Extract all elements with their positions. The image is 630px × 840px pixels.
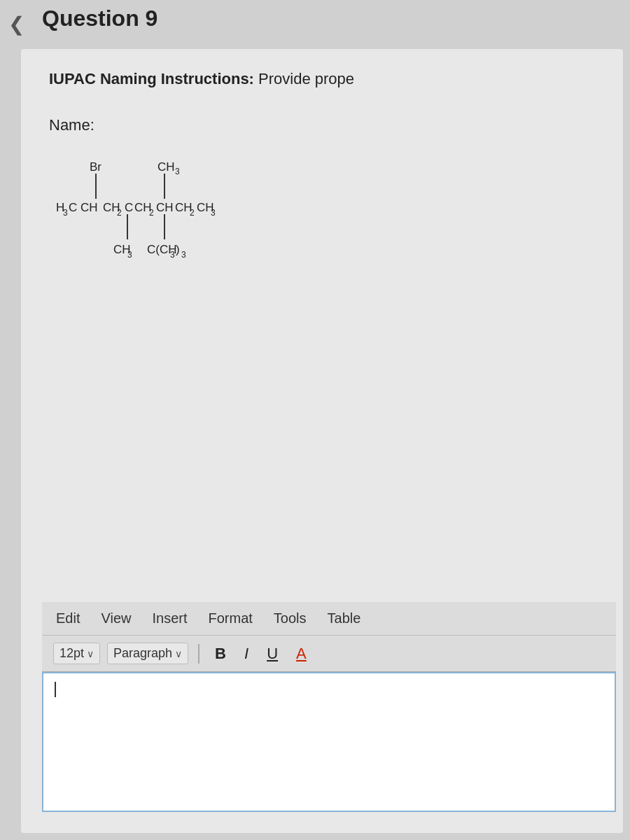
svg-text:C: C <box>125 201 133 214</box>
toolbar-separator <box>198 644 200 664</box>
question-title: Question 9 <box>42 6 158 31</box>
instruction-regular: Provide prope <box>258 70 354 88</box>
svg-text:CH: CH <box>158 160 175 174</box>
svg-text:2: 2 <box>149 208 154 218</box>
editor-menubar: Edit View Insert Format Tools Table <box>42 602 616 636</box>
svg-text:3: 3 <box>170 250 175 260</box>
paragraph-selector[interactable]: Paragraph ∨ <box>107 643 188 664</box>
instruction-line: IUPAC Naming Instructions: Provide prope <box>49 70 595 88</box>
bold-button[interactable]: B <box>209 643 232 664</box>
font-size-chevron-icon: ∨ <box>87 648 94 659</box>
svg-text:): ) <box>176 243 180 256</box>
text-color-button[interactable]: A <box>290 643 312 664</box>
editor-area: Edit View Insert Format Tools Table 12pt… <box>42 602 616 812</box>
italic-button[interactable]: I <box>239 643 254 664</box>
back-arrow-icon[interactable]: ❮ <box>8 13 24 36</box>
paragraph-label: Paragraph <box>113 646 172 661</box>
svg-text:2: 2 <box>190 208 195 218</box>
paragraph-chevron-icon: ∨ <box>175 648 182 659</box>
editor-toolbar: 12pt ∨ Paragraph ∨ B I U A <box>42 636 616 672</box>
content-card: IUPAC Naming Instructions: Provide prope… <box>21 49 623 833</box>
editor-body[interactable] <box>42 672 616 812</box>
font-size-selector[interactable]: 12pt ∨ <box>53 643 100 664</box>
svg-text:Br: Br <box>90 160 102 174</box>
menu-edit[interactable]: Edit <box>56 610 80 626</box>
svg-text:3: 3 <box>175 167 180 176</box>
svg-text:2: 2 <box>117 208 122 218</box>
svg-text:3: 3 <box>211 208 216 218</box>
underline-button[interactable]: U <box>261 643 284 664</box>
font-size-value: 12pt <box>59 646 84 661</box>
chemical-structure: .chem { font-family: Arial, sans-serif; … <box>56 155 595 298</box>
svg-text:3: 3 <box>181 250 186 260</box>
name-label: Name: <box>49 116 595 134</box>
svg-text:CH: CH <box>80 201 98 214</box>
text-cursor <box>55 682 56 697</box>
menu-table[interactable]: Table <box>328 610 361 626</box>
svg-text:3: 3 <box>63 208 68 218</box>
svg-text:3: 3 <box>127 250 132 260</box>
svg-text:C: C <box>69 201 77 214</box>
svg-text:CH: CH <box>156 201 174 214</box>
menu-insert[interactable]: Insert <box>152 610 187 626</box>
menu-view[interactable]: View <box>101 610 131 626</box>
menu-format[interactable]: Format <box>209 610 253 626</box>
menu-tools[interactable]: Tools <box>274 610 307 626</box>
instruction-bold: IUPAC Naming Instructions: <box>49 70 254 88</box>
